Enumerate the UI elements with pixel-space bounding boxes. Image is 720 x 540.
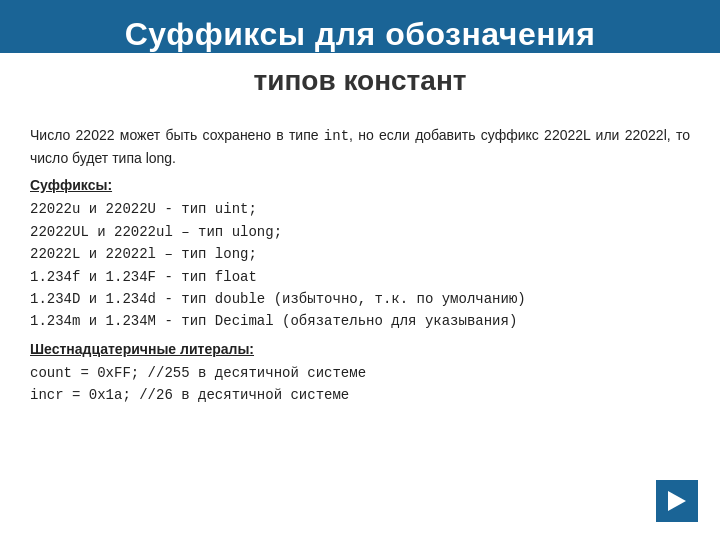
title-line1: Суффиксы для обозначения <box>20 16 700 53</box>
suffix-line-4: 1.234f и 1.234F - тип float <box>30 266 690 288</box>
hex-lines: count = 0xFF; //255 в десятичной системе… <box>30 362 690 407</box>
title-block: Суффиксы для обозначения <box>0 0 720 53</box>
suffix-line-1: 22022u и 22022U - тип uint; <box>30 198 690 220</box>
title-subblock: типов констант <box>0 53 720 109</box>
suffix-line-5: 1.234D и 1.234d - тип double (избыточно,… <box>30 288 690 310</box>
hex-line-2: incr = 0x1a; //26 в десятичной системе <box>30 384 690 406</box>
intro-paragraph: Число 22022 может быть сохранено в типе … <box>30 125 690 169</box>
title-line2: типов констант <box>243 63 476 99</box>
hex-header: Шестнадцатеричные литералы: <box>30 339 690 360</box>
suffix-line-2: 22022UL и 22022ul – тип ulong; <box>30 221 690 243</box>
inline-code-int: int <box>324 128 349 144</box>
suffix-lines: 22022u и 22022U - тип uint; 22022UL и 22… <box>30 198 690 332</box>
next-button[interactable] <box>656 480 698 522</box>
content-area: Число 22022 может быть сохранено в типе … <box>0 109 720 423</box>
suffixes-header: Суффиксы: <box>30 175 690 196</box>
suffix-line-3: 22022L и 22022l – тип long; <box>30 243 690 265</box>
suffix-line-6: 1.234m и 1.234M - тип Decimal (обязатель… <box>30 310 690 332</box>
next-icon <box>668 491 686 511</box>
hex-line-1: count = 0xFF; //255 в десятичной системе <box>30 362 690 384</box>
slide: Суффиксы для обозначения типов констант … <box>0 0 720 540</box>
